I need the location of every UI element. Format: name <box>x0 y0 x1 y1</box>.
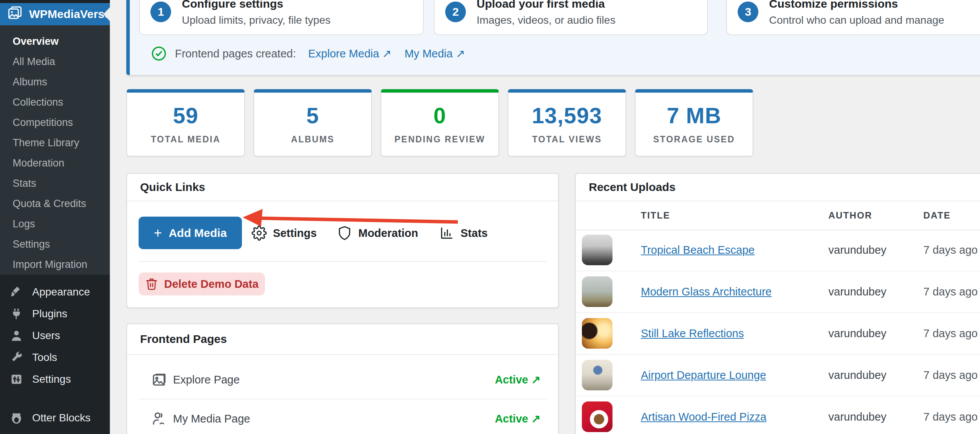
divider <box>139 261 547 262</box>
wp-main-menu: Appearance Plugins Users <box>0 275 110 429</box>
sidebar-item-logs[interactable]: Logs <box>0 214 110 234</box>
panel-title: Recent Uploads <box>576 174 980 201</box>
media-title-link[interactable]: Still Lake Reflections <box>641 313 744 354</box>
step-subtitle: Images, videos, or audio files <box>477 14 616 27</box>
quick-links-panel: Quick Links + Add Media Settings Moderat… <box>126 173 559 308</box>
column-header-title: TITLE <box>641 201 670 230</box>
plug-icon <box>9 307 24 321</box>
media-title-link[interactable]: Artisan Wood-Fired Pizza <box>641 396 766 434</box>
frontend-page-row-explore: Explore Page Active ↗ <box>151 361 541 399</box>
sidebar-item-otter-blocks[interactable]: Otter Blocks <box>0 407 110 429</box>
step-title: Upload your first media <box>477 0 616 11</box>
explore-media-link[interactable]: Explore Media ↗ <box>308 47 392 60</box>
step-number-badge: 1 <box>150 2 171 22</box>
media-title-link[interactable]: Airport Departure Lounge <box>641 355 766 396</box>
sidebar-item-tools[interactable]: Tools <box>0 346 110 368</box>
uploads-table-body: Tropical Beach Escape varundubey 7 days … <box>576 230 980 434</box>
sidebar-item-moderation[interactable]: Moderation <box>0 153 110 173</box>
table-header: TITLE AUTHOR DATE <box>576 201 980 230</box>
menu-label: Plugins <box>32 308 67 320</box>
quick-link-label: Settings <box>273 227 317 240</box>
add-media-label: Add Media <box>169 227 227 240</box>
add-media-button[interactable]: + Add Media <box>139 217 242 249</box>
sidebar-item-wp-settings[interactable]: Settings <box>0 368 110 390</box>
media-thumbnail <box>582 318 612 349</box>
stat-value: 7 MB <box>635 103 753 128</box>
sidebar-item-overview[interactable]: Overview <box>0 31 110 52</box>
person-icon <box>151 411 167 427</box>
media-date: 7 days ago <box>923 271 978 312</box>
sidebar-item-users[interactable]: Users <box>0 325 110 346</box>
quick-link-stats[interactable]: Stats <box>439 222 488 244</box>
panel-title: Quick Links <box>127 174 558 201</box>
sidebar-item-appearance[interactable]: Appearance <box>0 281 110 303</box>
menu-label: Tools <box>32 351 57 364</box>
media-date: 7 days ago <box>923 396 978 434</box>
sidebar-item-all-media[interactable]: All Media <box>0 52 110 72</box>
sliders-icon <box>9 372 24 387</box>
media-title-link[interactable]: Modern Glass Architecture <box>641 271 772 312</box>
sidebar-item-competitions[interactable]: Competitions <box>0 113 110 133</box>
table-row: Modern Glass Architecture varundubey 7 d… <box>576 271 980 313</box>
frontend-pages-note: Frontend pages created: Explore Media ↗ … <box>151 43 465 64</box>
recent-uploads-panel: Recent Uploads TITLE AUTHOR DATE Tropica… <box>575 173 980 434</box>
menu-label: Appearance <box>32 286 90 298</box>
stat-value: 59 <box>127 103 244 128</box>
stat-label: TOTAL VIEWS <box>508 134 626 145</box>
image-icon <box>151 372 167 388</box>
media-stack-icon <box>7 5 23 24</box>
step-subtitle: Control who can upload and manage <box>769 14 944 27</box>
link-label: My Media <box>405 47 453 60</box>
sidebar-item-albums[interactable]: Albums <box>0 72 110 92</box>
step-title: Configure settings <box>182 0 331 11</box>
media-author: varundubey <box>828 355 887 396</box>
panel-title: Frontend Pages <box>127 324 558 355</box>
column-header-author: AUTHOR <box>828 201 872 230</box>
external-arrow-icon: ↗ <box>531 412 541 425</box>
sidebar-item-theme-library[interactable]: Theme Library <box>0 133 110 153</box>
admin-sidebar: WPMediaVerse Overview All Media Albums C… <box>0 0 110 434</box>
sidebar-item-settings[interactable]: Settings <box>0 234 110 255</box>
delete-demo-data-button[interactable]: Delete Demo Data <box>139 272 265 295</box>
status-badge: Active <box>495 413 528 425</box>
quick-link-moderation[interactable]: Moderation <box>337 222 418 244</box>
status-badge: Active <box>495 374 528 386</box>
sidebar-item-collections[interactable]: Collections <box>0 92 110 113</box>
frontend-page-row-my-media: My Media Page Active ↗ <box>151 400 541 434</box>
media-thumbnail <box>582 235 612 265</box>
sidebar-item-wpmediaverse[interactable]: WPMediaVerse <box>0 3 110 25</box>
trash-icon <box>145 277 158 290</box>
sidebar-item-quota-credits[interactable]: Quota & Credits <box>0 194 110 214</box>
my-media-link[interactable]: My Media ↗ <box>405 47 465 60</box>
onboarding-step-2: 2 Upload your first media Images, videos… <box>434 0 708 35</box>
media-thumbnail <box>582 401 612 432</box>
sidebar-item-import-migration[interactable]: Import Migration <box>0 255 110 275</box>
menu-label: Otter Blocks <box>32 412 90 424</box>
step-number-badge: 3 <box>738 2 758 22</box>
frontend-page-label: Explore Page <box>173 374 240 386</box>
explore-page-active-link[interactable]: Active ↗ <box>495 373 541 386</box>
table-row: Artisan Wood-Fired Pizza varundubey 7 da… <box>576 396 980 434</box>
media-title-link[interactable]: Tropical Beach Escape <box>641 230 755 271</box>
stat-card-pending-review: 0 PENDING REVIEW <box>381 89 499 157</box>
stat-label: ALBUMS <box>254 134 371 145</box>
media-thumbnail <box>582 360 612 390</box>
external-arrow-icon: ↗ <box>456 47 465 60</box>
external-arrow-icon: ↗ <box>382 47 391 60</box>
sidebar-item-plugins[interactable]: Plugins <box>0 303 110 325</box>
frontend-page-label: My Media Page <box>173 413 250 425</box>
stat-value: 0 <box>381 103 498 128</box>
quick-link-settings[interactable]: Settings <box>252 222 317 244</box>
current-menu-arrow <box>103 7 110 21</box>
my-media-page-active-link[interactable]: Active ↗ <box>495 412 541 425</box>
bar-chart-icon <box>439 225 454 241</box>
frontend-pages-panel: Frontend Pages Explore Page Active ↗ <box>126 323 559 434</box>
delete-demo-label: Delete Demo Data <box>164 278 259 290</box>
stat-label: TOTAL MEDIA <box>127 134 244 145</box>
stat-label: PENDING REVIEW <box>381 134 498 145</box>
table-row: Airport Departure Lounge varundubey 7 da… <box>576 355 980 396</box>
media-thumbnail <box>582 276 612 307</box>
sidebar-item-stats[interactable]: Stats <box>0 173 110 194</box>
quick-link-label: Stats <box>461 227 488 240</box>
table-row: Still Lake Reflections varundubey 7 days… <box>576 313 980 355</box>
